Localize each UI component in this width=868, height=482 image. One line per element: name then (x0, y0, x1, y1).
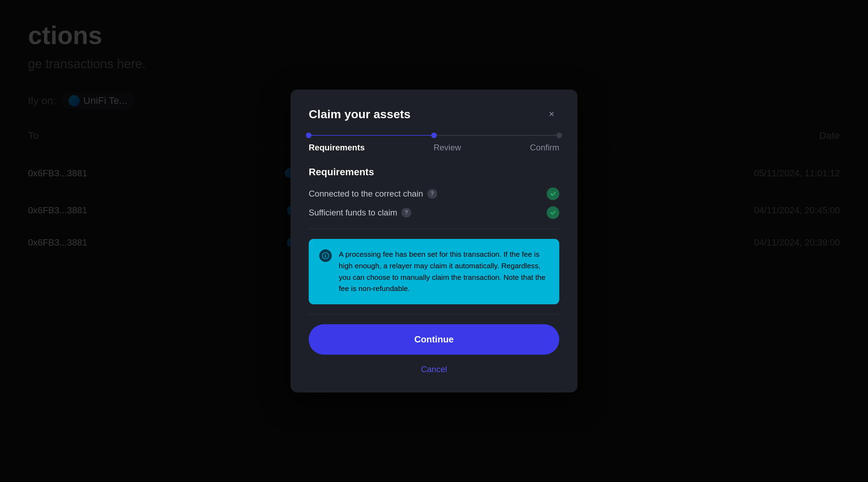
help-icon-chain[interactable]: ? (427, 189, 437, 199)
stepper-track-fill (309, 135, 434, 136)
continue-button[interactable]: Continue (309, 324, 559, 355)
stepper-dot-confirm (556, 133, 562, 138)
stepper-dot-review (431, 133, 437, 138)
modal-title: Claim your assets (309, 107, 411, 121)
check-icon-funds (547, 206, 559, 219)
requirement-row-funds: Sufficient funds to claim ? (309, 206, 559, 219)
help-icon-funds[interactable]: ? (401, 208, 411, 218)
divider-bottom (309, 314, 559, 314)
cancel-link[interactable]: Cancel (309, 362, 559, 377)
divider-top (309, 229, 559, 229)
info-text: A processing fee has been set for this t… (339, 249, 549, 294)
close-button[interactable]: × (544, 106, 559, 122)
modal-header: Claim your assets × (309, 106, 559, 122)
step-label-review: Review (434, 143, 461, 153)
step-label-requirements: Requirements (309, 143, 365, 153)
stepper: Requirements Review Confirm (309, 134, 559, 153)
requirement-left-chain: Connected to the correct chain ? (309, 189, 437, 199)
stepper-dot-requirements (306, 133, 312, 138)
stepper-track (309, 134, 559, 136)
modal: Claim your assets × Requirements Review … (290, 90, 578, 392)
requirement-funds-label: Sufficient funds to claim (309, 208, 397, 218)
svg-point-1 (325, 254, 326, 255)
info-icon-wrap (319, 249, 332, 262)
requirement-chain-label: Connected to the correct chain (309, 189, 423, 199)
close-icon: × (549, 109, 554, 119)
requirement-row-chain: Connected to the correct chain ? (309, 187, 559, 200)
info-box: A processing fee has been set for this t… (309, 239, 559, 304)
modal-overlay: Claim your assets × Requirements Review … (0, 0, 868, 482)
step-label-confirm: Confirm (530, 143, 559, 153)
requirement-left-funds: Sufficient funds to claim ? (309, 208, 411, 218)
stepper-labels: Requirements Review Confirm (309, 143, 559, 153)
requirements-section-title: Requirements (309, 166, 559, 178)
check-icon-chain (547, 187, 559, 200)
